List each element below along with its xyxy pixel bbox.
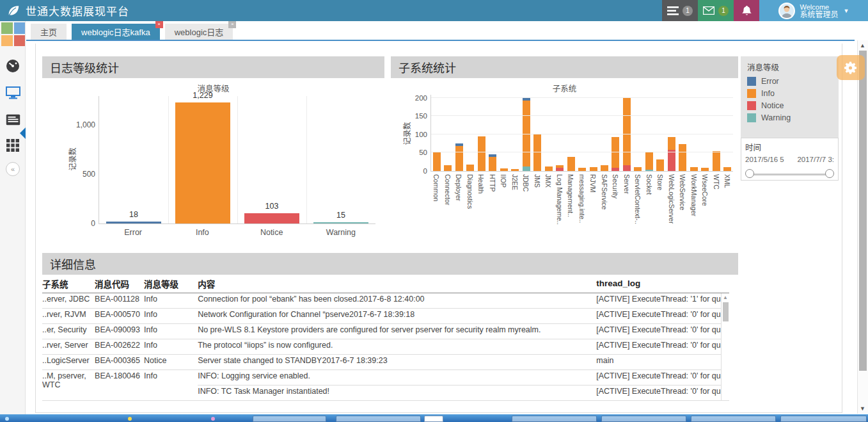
page-scroll-down-icon[interactable]: ▼ [860, 405, 865, 412]
sidebar-item-bigscreen[interactable] [0, 83, 26, 102]
taskbar-quicklaunch-icon2[interactable] [211, 417, 215, 421]
stacked-bar-HTTP[interactable] [487, 95, 498, 171]
table-scrollbar[interactable]: ▲ [721, 293, 730, 400]
table-row[interactable]: ..rver, RJVMBEA-000570InfoNetwork Config… [42, 308, 729, 323]
x-category-label: Diagnostics [466, 174, 473, 209]
taskbar-window-button[interactable] [336, 416, 421, 422]
stacked-bar-messaging.inte..[interactable] [576, 95, 587, 171]
legend-item-warning[interactable]: Warning [747, 113, 832, 122]
x-category-label-wrap: JMX [542, 174, 554, 188]
bar-error[interactable] [106, 222, 161, 223]
sidebar-item-grid[interactable] [0, 136, 26, 155]
x-category-label-wrap: JMS [532, 174, 543, 188]
bar-warning[interactable] [313, 222, 368, 224]
stacked-bar-Server[interactable] [621, 95, 632, 171]
stacked-bar-Deployer[interactable] [454, 95, 464, 171]
mail-button[interactable]: 1 [698, 0, 734, 21]
stacked-bar-Health[interactable] [476, 95, 487, 171]
stacked-bar-XML[interactable] [722, 95, 733, 171]
taskbar-window-button[interactable] [601, 416, 686, 422]
tab-weblogic日志[interactable]: weblogic日志× [165, 24, 233, 40]
legend-item-notice[interactable]: Notice [747, 101, 832, 110]
chart1-category-labels: ErrorInfoNoticeWarning [99, 228, 375, 237]
bar-segment-info [668, 137, 675, 150]
page-scrollbar-thumb[interactable] [859, 51, 867, 371]
x-category-label-wrap: XML [722, 174, 733, 188]
x-category-label-wrap: SAFService [599, 174, 610, 209]
bar-info[interactable] [175, 102, 230, 223]
tab-主页[interactable]: 主页 [31, 24, 67, 40]
tab-close-icon[interactable]: × [155, 20, 163, 28]
stacked-bar-WTC[interactable] [711, 95, 722, 171]
stacked-bar-ServletContext-..[interactable] [633, 95, 643, 171]
menu-button[interactable]: 1 [662, 0, 698, 21]
taskbar-start-icon[interactable] [5, 417, 9, 421]
sidebar-item-dashboard[interactable] [0, 56, 26, 76]
table-scrollbar-thumb[interactable] [723, 302, 729, 321]
x-category-label: JMX [545, 174, 552, 188]
x-category-label: RJVM [590, 174, 597, 193]
tab-close-icon[interactable]: × [228, 20, 236, 28]
legend-item-info[interactable]: Info [747, 89, 832, 98]
table-row[interactable]: ..M, pserver, WTCBEA-180046InfoINFO: Log… [42, 369, 729, 385]
app-title: 世通大数据展现平台 [26, 3, 129, 19]
stacked-bar-Security[interactable] [610, 95, 621, 171]
bar-segment-info [545, 166, 553, 171]
stacked-bar-Socket[interactable] [643, 95, 654, 171]
bar-segment-notice [612, 168, 619, 171]
slider-handle-end[interactable] [825, 169, 834, 178]
bar-notice[interactable] [244, 213, 299, 223]
stacked-bar-J2EE[interactable] [509, 95, 520, 171]
page-scroll-up-icon[interactable]: ▲ [860, 42, 865, 49]
taskbar-window-button[interactable] [512, 416, 597, 422]
settings-button[interactable] [837, 55, 865, 80]
notifications-button[interactable] [734, 0, 759, 21]
tab-weblogic日志kafka[interactable]: weblogic日志kafka× [72, 24, 160, 40]
slider-handle-start[interactable] [745, 169, 754, 178]
sidebar-item-report[interactable] [0, 110, 26, 129]
bar-segment-info [433, 152, 441, 171]
taskbar-quicklaunch-icon[interactable] [128, 417, 132, 421]
cell-code: BEA-090093 [95, 323, 144, 339]
slider-track[interactable] [748, 174, 832, 175]
cell-level: Info [144, 323, 198, 339]
scroll-up-icon[interactable]: ▲ [723, 295, 728, 300]
table-row[interactable]: ..rver, ServerBEA-002622InfoThe protocol… [42, 339, 729, 354]
taskbar-window-button[interactable] [424, 416, 443, 422]
table-row[interactable]: ..LogicServerBEA-000365NoticeServer stat… [42, 354, 729, 369]
stacked-bar-RJVM[interactable] [588, 95, 599, 171]
taskbar-window-button[interactable] [253, 416, 326, 422]
cell-level: Info [144, 293, 198, 308]
stacked-bar-WorkManager[interactable] [688, 95, 699, 171]
stacked-bar-JMX[interactable] [543, 95, 554, 171]
user-menu[interactable]: Welcome 系统管理员 ▼ [759, 0, 868, 21]
stacked-bar-Log Manageme..[interactable] [554, 95, 565, 171]
taskbar-window-button[interactable] [691, 416, 776, 422]
stacked-bar-Management..[interactable] [565, 95, 576, 171]
stacked-bar-WebLogicServer[interactable] [666, 95, 677, 171]
stacked-bar-JMS[interactable] [532, 95, 542, 171]
stacked-bar-SAFService[interactable] [599, 95, 610, 171]
bar-segment-notice [623, 165, 631, 171]
stacked-bar-Connector[interactable] [442, 95, 453, 171]
stacked-bar-WebService[interactable] [677, 95, 688, 171]
bar-segment-info [634, 167, 642, 171]
table-row[interactable]: ..er, SecurityBEA-090093InfoNo pre-WLS 8… [42, 323, 729, 339]
stacked-bar-JDBC[interactable] [521, 95, 532, 171]
bell-icon [742, 6, 752, 16]
cell-content: INFO: Logging service enabled. [198, 369, 596, 385]
stacked-bar-WseeCore[interactable] [700, 95, 711, 171]
x-category-label: WseeCore [702, 174, 709, 206]
stacked-bar-IIOP[interactable] [498, 95, 509, 171]
page-scrollbar[interactable]: ▲ ▼ [857, 40, 868, 414]
stacked-bar-Store[interactable] [655, 95, 666, 171]
bar-segment-notice [668, 150, 675, 171]
stacked-bar-Diagnostics[interactable] [464, 95, 475, 171]
x-category-label-wrap: Store [654, 174, 666, 190]
taskbar-window-button[interactable] [780, 416, 867, 422]
stacked-bar-Common[interactable] [431, 95, 442, 171]
table-row[interactable]: ..erver, JDBCBEA-001128InfoConnection fo… [42, 293, 729, 308]
bar-value-label: 103 [265, 202, 279, 211]
sidebar-collapse-button[interactable]: « [0, 159, 26, 179]
legend-item-error[interactable]: Error [747, 77, 832, 86]
